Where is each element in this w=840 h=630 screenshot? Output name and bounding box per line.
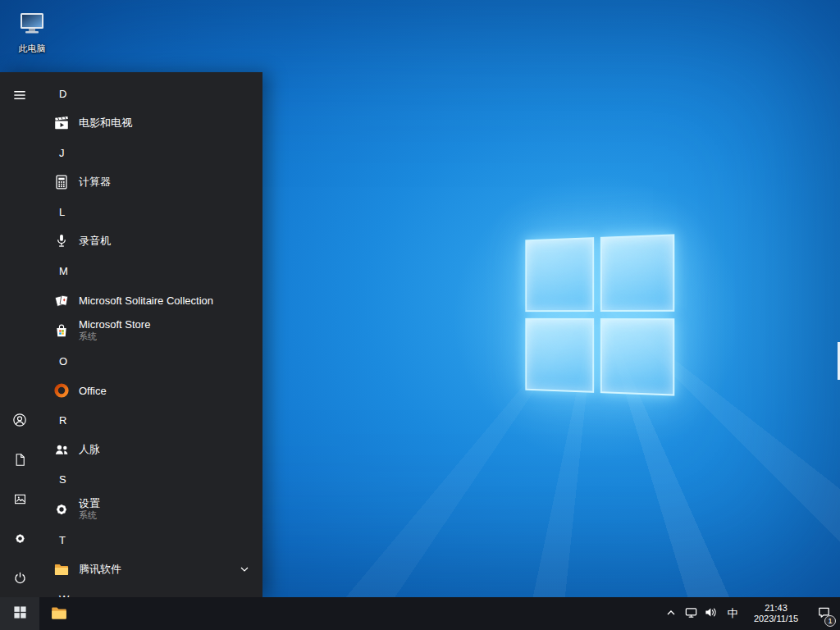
start-app-calculator[interactable]: 计算器 [39,167,262,197]
taskbar-clock[interactable]: 21:43 2023/11/15 [745,597,807,630]
calculator-icon [51,171,72,193]
start-section-letter-t[interactable]: T [39,525,262,555]
windows-logo-pane [600,234,674,312]
windows-logo-pane [525,318,594,393]
action-center-button[interactable]: 1 [807,597,840,630]
start-section-letter-s[interactable]: S [39,464,262,494]
start-menu-app-list: D 电影和电视 J [39,72,262,597]
start-folder-tencent[interactable]: 腾讯软件 [39,555,262,584]
app-subtitle: 系统 [79,331,150,342]
volume-icon [704,605,718,622]
app-label: 计算器 [79,175,111,189]
clock-time: 21:43 [765,603,788,614]
file-explorer-button[interactable] [39,597,79,630]
start-menu: D 电影和电视 J [0,72,262,597]
clock-date: 2023/11/15 [754,614,798,624]
file-explorer-folder-icon [49,603,69,625]
start-app-movies-tv[interactable]: 电影和电视 [39,108,262,138]
voice-recorder-icon [51,231,72,252]
show-hidden-icons-button[interactable] [661,597,681,630]
app-label: Microsoft Store [79,319,150,331]
notification-count-badge: 1 [824,615,836,627]
app-label: 设置 [79,498,100,510]
office-ring-icon [51,380,72,401]
start-app-voice-recorder[interactable]: 录音机 [39,226,262,256]
app-subtitle: 系统 [79,510,100,521]
start-section-letter-r[interactable]: R [39,405,262,435]
start-section-letter-j[interactable]: J [39,138,262,167]
start-section-letter-m[interactable]: M [39,256,262,285]
solitaire-cards-icon [51,290,72,311]
chevron-up-icon [665,607,677,621]
app-label: 录音机 [79,234,111,249]
start-app-settings[interactable]: 设置 系统 [39,494,262,525]
chevron-down-icon[interactable] [240,564,249,574]
folder-icon [51,559,72,580]
ime-indicator[interactable]: 中 [720,597,745,630]
hamburger-menu-icon[interactable] [0,75,39,115]
settings-gear-icon[interactable] [0,518,39,558]
app-label: 电影和电视 [79,116,132,130]
windows-logo [525,234,674,395]
taskbar: 中 21:43 2023/11/15 1 [0,597,840,630]
app-label: Microsoft Solitaire Collection [79,294,213,307]
windows-logo-pane [525,237,594,312]
windows-start-icon [13,605,27,622]
pictures-icon[interactable] [0,479,39,518]
start-section-letter-o[interactable]: O [39,346,262,376]
start-menu-rail [0,72,39,597]
network-icon [684,605,698,622]
app-label: 人脉 [79,442,100,457]
start-app-solitaire[interactable]: Microsoft Solitaire Collection [39,285,262,315]
people-icon [51,439,72,460]
store-bag-icon [51,320,72,341]
start-app-microsoft-store[interactable]: Microsoft Store 系统 [39,315,262,346]
app-label: Office [79,385,107,397]
desktop-icon-label: 此电脑 [19,43,46,55]
network-tray-button[interactable] [681,597,701,630]
start-app-people[interactable]: 人脉 [39,435,262,464]
volume-tray-button[interactable] [701,597,720,630]
start-section-letter-d[interactable]: D [39,79,262,108]
power-icon[interactable] [0,558,39,597]
settings-gear-icon [51,499,72,520]
system-tray: 中 21:43 2023/11/15 1 [661,597,840,630]
start-section-letter-l[interactable]: L [39,197,262,226]
start-button[interactable] [0,597,39,630]
start-section-letter-w[interactable]: W [39,584,262,597]
documents-icon[interactable] [0,440,39,479]
app-label: 腾讯软件 [79,562,121,577]
desktop-icon-this-pc[interactable]: 此电脑 [5,8,59,55]
movies-tv-icon [51,112,72,134]
user-account-icon[interactable] [0,400,39,440]
start-app-office[interactable]: Office [39,376,262,405]
computer-monitor-icon [17,8,47,40]
windows-logo-pane [600,318,674,396]
